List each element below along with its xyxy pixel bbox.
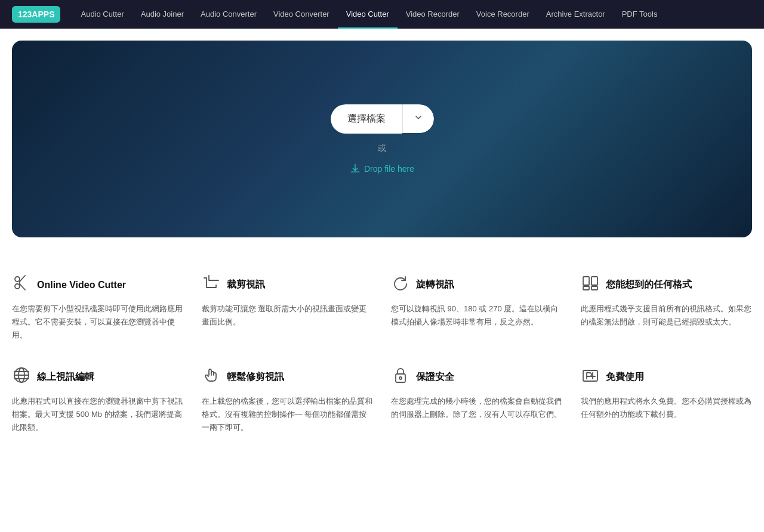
feature-title: 您能想到的任何格式 (606, 279, 692, 291)
navbar: 123APPS Audio CutterAudio JoinerAudio Co… (0, 0, 764, 29)
formats-icon (581, 273, 600, 292)
feature-item: Online Video Cutter在您需要剪下小型視訊檔案時即可使用此網路應… (12, 273, 184, 342)
touch-icon (202, 366, 221, 385)
feature-header: 您能想到的任何格式 (581, 273, 753, 296)
formats-feature-icon (581, 273, 600, 296)
svg-point-15 (399, 377, 402, 379)
nav-link-voice-recorder[interactable]: Voice Recorder (468, 0, 538, 29)
feature-title: 保證安全 (416, 371, 454, 383)
feature-desc: 裁剪功能可讓您 選取所需大小的視訊畫面或變更畫面比例。 (202, 302, 374, 329)
nav-link-audio-cutter[interactable]: Audio Cutter (72, 0, 132, 29)
feature-header: 輕鬆修剪視訊 (202, 366, 374, 389)
feature-header: 保證安全 (391, 366, 563, 389)
svg-rect-8 (592, 286, 597, 290)
logo[interactable]: 123APPS (12, 6, 60, 23)
feature-header: 裁剪視訊 (202, 273, 374, 296)
nav-link-audio-joiner[interactable]: Audio Joiner (133, 0, 192, 29)
feature-title: Online Video Cutter (37, 280, 126, 290)
feature-item: 免費使用我們的應用程式將永久免費。您不必購買授權或為任何額外的功能或下載付費。 (581, 366, 753, 434)
feature-desc: 您可以旋轉視訊 90、180 或 270 度。這在以橫向模式拍攝人像場景時非常有… (391, 302, 563, 329)
free-icon (581, 366, 600, 385)
feature-item: 輕鬆修剪視訊在上載您的檔案後，您可以選擇輸出檔案的品質和格式。沒有複雜的控制操作… (202, 366, 374, 434)
svg-line-3 (20, 284, 25, 290)
touch-feature-icon (202, 366, 221, 389)
feature-header: 旋轉視訊 (391, 273, 563, 296)
globe-feature-icon (12, 366, 31, 389)
rotate-icon (391, 273, 410, 292)
lock-feature-icon (391, 366, 410, 389)
feature-title: 線上視訊編輯 (37, 371, 94, 383)
free-feature-icon (581, 366, 600, 389)
feature-item: 您能想到的任何格式此應用程式幾乎支援目前所有的視訊格式。如果您的檔案無法開啟，則… (581, 273, 753, 342)
feature-desc: 在您處理完成的幾小時後，您的檔案會自動從我們的伺服器上刪除。除了您，沒有人可以存… (391, 395, 563, 421)
nav-link-pdf-tools[interactable]: PDF Tools (614, 0, 666, 29)
feature-title: 免費使用 (606, 371, 644, 383)
crop-feature-icon (202, 273, 221, 296)
feature-header: Online Video Cutter (12, 273, 184, 296)
feature-desc: 在您需要剪下小型視訊檔案時即可使用此網路應用程式。它不需要安裝，可以直接在您瀏覽… (12, 302, 184, 342)
svg-point-1 (15, 277, 20, 282)
feature-desc: 此應用程式幾乎支援目前所有的視訊格式。如果您的檔案無法開啟，則可能是已經損毀或太… (581, 302, 753, 329)
feature-title: 裁剪視訊 (227, 279, 265, 291)
rotate-feature-icon (391, 273, 410, 296)
drop-file-text: Drop file here (364, 164, 414, 174)
feature-item: 裁剪視訊裁剪功能可讓您 選取所需大小的視訊畫面或變更畫面比例。 (202, 273, 374, 342)
svg-rect-5 (583, 277, 589, 285)
svg-rect-14 (396, 374, 405, 382)
chevron-down-icon (414, 113, 423, 122)
or-text: 或 (378, 143, 386, 154)
svg-point-0 (15, 284, 20, 289)
feature-item: 保證安全在您處理完成的幾小時後，您的檔案會自動從我們的伺服器上刪除。除了您，沒有… (391, 366, 563, 434)
nav-link-video-converter[interactable]: Video Converter (265, 0, 338, 29)
feature-item: 線上視訊編輯此應用程式可以直接在您的瀏覽器視窗中剪下視訊檔案。最大可支援 500… (12, 366, 184, 434)
crop-icon (202, 273, 221, 292)
feature-item: 旋轉視訊您可以旋轉視訊 90、180 或 270 度。這在以橫向模式拍攝人像場景… (391, 273, 563, 342)
choose-file-button[interactable]: 選擇檔案 (331, 104, 402, 134)
nav-link-video-recorder[interactable]: Video Recorder (398, 0, 468, 29)
drop-file-link[interactable]: Drop file here (350, 163, 414, 174)
download-icon (350, 163, 361, 174)
nav-links: Audio CutterAudio JoinerAudio ConverterV… (72, 0, 666, 29)
nav-link-video-cutter[interactable]: Video Cutter (338, 0, 398, 29)
svg-line-2 (20, 276, 25, 282)
feature-header: 線上視訊編輯 (12, 366, 184, 389)
nav-link-archive-extractor[interactable]: Archive Extractor (538, 0, 614, 29)
feature-desc: 此應用程式可以直接在您的瀏覽器視窗中剪下視訊檔案。最大可支援 500 Mb 的檔… (12, 395, 184, 434)
feature-title: 輕鬆修剪視訊 (227, 371, 284, 383)
feature-header: 免費使用 (581, 366, 753, 389)
file-source-dropdown[interactable] (402, 104, 434, 133)
features-grid: Online Video Cutter在您需要剪下小型視訊檔案時即可使用此網路應… (0, 249, 764, 471)
nav-link-audio-converter[interactable]: Audio Converter (192, 0, 265, 29)
feature-desc: 在上載您的檔案後，您可以選擇輸出檔案的品質和格式。沒有複雜的控制操作— 每個功能… (202, 395, 374, 434)
globe-icon (12, 366, 31, 385)
svg-rect-7 (583, 286, 589, 290)
scissors-feature-icon (12, 273, 31, 296)
svg-rect-6 (592, 277, 597, 285)
scissors-icon (12, 273, 31, 292)
file-upload-row: 選擇檔案 (331, 104, 434, 134)
lock-icon (391, 366, 410, 385)
hero-section: 選擇檔案 或 Drop file here (12, 41, 752, 237)
feature-title: 旋轉視訊 (416, 279, 454, 291)
feature-desc: 我們的應用程式將永久免費。您不必購買授權或為任何額外的功能或下載付費。 (581, 395, 753, 421)
